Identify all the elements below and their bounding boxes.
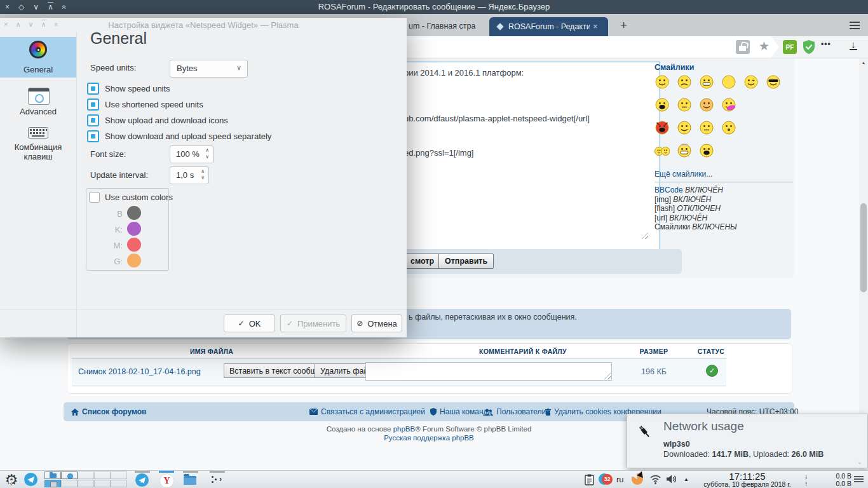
adguard-shield-icon[interactable]: [802, 39, 816, 57]
clock[interactable]: 17:11:25 суббота, 10 февраля 2018 г.: [694, 471, 801, 488]
tab-close-icon[interactable]: ×: [593, 22, 598, 31]
ok-button[interactable]: ✓ OK: [224, 315, 275, 332]
url-state: ВКЛЮЧЁН: [669, 214, 707, 222]
checkbox-icon[interactable]: [87, 130, 99, 142]
bookmark-star-icon[interactable]: ★: [759, 39, 770, 53]
telegram-tray-badge[interactable]: 32: [599, 473, 613, 485]
spinner-arrows-icon[interactable]: ∧∨: [201, 168, 205, 181]
attachment-comment-input[interactable]: [365, 362, 612, 381]
col-header-status: СТАТУС: [686, 348, 736, 355]
checkbox-shortened-units[interactable]: Use shortened speed units: [87, 98, 203, 111]
padlock-icon[interactable]: [736, 40, 750, 54]
smiley-smile-icon[interactable]: [654, 74, 670, 90]
smiley-cool-icon[interactable]: [766, 74, 781, 90]
bbcode-state: ВКЛЮЧЁН: [685, 186, 723, 194]
board-index-link[interactable]: Список форумов: [71, 407, 146, 416]
smiley-laugh-icon[interactable]: [699, 143, 714, 158]
smiley-frown-icon[interactable]: [677, 74, 692, 90]
apply-button[interactable]: ✓ Применить: [280, 315, 346, 332]
close-icon[interactable]: ×: [5, 2, 10, 12]
color-label-b: B: [86, 209, 123, 219]
color-swatch-m[interactable]: [127, 238, 141, 252]
usage-line: Downloaded: 141.7 MiB, Uploaded: 26.0 Mi…: [663, 450, 824, 459]
checkbox-use-custom-colors[interactable]: Use custom colors: [89, 192, 173, 203]
contact-admin-link[interactable]: Связаться с администрацией: [309, 407, 425, 416]
smiley-fist-icon[interactable]: [677, 97, 692, 112]
color-swatch-g[interactable]: [127, 254, 141, 268]
sidebar-item-general[interactable]: General: [0, 65, 76, 74]
checkbox-icon[interactable]: [87, 98, 99, 111]
color-swatch-b[interactable]: [127, 206, 141, 220]
status-ok-icon: ✓: [706, 365, 718, 377]
tab-forum-home[interactable]: um - Главная стра: [409, 22, 482, 30]
cancel-button[interactable]: ⊘ Отмена: [351, 315, 402, 332]
attachment-filename-link[interactable]: Снимок 2018-02-10_17-04-16.png: [78, 367, 201, 376]
checkbox-separate-speeds[interactable]: Show download and upload speed separatel…: [87, 130, 271, 142]
update-interval-spinbox[interactable]: 1,0 s ∧∨: [170, 166, 209, 184]
new-tab-button[interactable]: +: [620, 18, 627, 32]
smiley-pink-icon[interactable]: [721, 97, 736, 112]
app-launcher-icon[interactable]: ⚙K: [4, 472, 19, 487]
scroll-up-icon[interactable]: ▲: [860, 60, 867, 65]
smiley-duo-icon[interactable]: [654, 143, 670, 158]
smiley-blush-icon[interactable]: [699, 97, 714, 112]
clipboard-tray-icon[interactable]: [585, 474, 594, 488]
smiley-blank-icon[interactable]: [721, 74, 736, 90]
smiley-devil-icon[interactable]: [654, 120, 670, 135]
smiley-wink-icon[interactable]: [743, 74, 759, 90]
advanced-tab-icon: [28, 88, 50, 105]
panel-toggle-icon[interactable]: [854, 476, 864, 484]
preview-button[interactable]: смотр: [405, 254, 440, 269]
bbcode-link[interactable]: BBCode: [654, 186, 683, 194]
downloads-icon[interactable]: ↓: [849, 39, 858, 50]
browser-menu-icon[interactable]: [850, 22, 860, 31]
keep-above-icon[interactable]: ◇: [18, 2, 24, 12]
more-smilies-link[interactable]: Ещё смайлики...: [654, 170, 712, 179]
smiley-surprised-icon[interactable]: [721, 120, 736, 135]
checkbox-show-speed-units[interactable]: Show speed units: [87, 83, 170, 95]
smiley-yell-icon[interactable]: [654, 97, 670, 112]
pf-extension-badge[interactable]: PF: [783, 40, 797, 54]
submit-button[interactable]: Отправить: [438, 254, 494, 269]
tray-expand-icon[interactable]: ▲: [684, 477, 689, 482]
task-indicator: [135, 471, 150, 473]
speed-units-select[interactable]: Bytes ∨: [170, 60, 248, 78]
members-link[interactable]: Пользователи: [484, 407, 546, 416]
yandex-browser-task-icon[interactable]: Y: [159, 473, 174, 488]
shade-icon[interactable]: «: [59, 5, 69, 10]
tab-edit-post[interactable]: ROSAForum - Редактиро ×: [489, 17, 608, 36]
checkbox-icon[interactable]: [89, 192, 100, 203]
telegram-launcher-icon[interactable]: [24, 473, 37, 486]
sidebar-item-advanced[interactable]: Advanced: [0, 107, 76, 116]
smiley-angel-icon[interactable]: [677, 143, 692, 158]
volume-tray-icon[interactable]: [666, 474, 677, 487]
checkbox-icon[interactable]: [87, 83, 99, 95]
keyboard-layout-indicator[interactable]: ru: [616, 475, 624, 484]
netspeed-widget[interactable]: ↓0.0 B ↑0.0 B: [804, 472, 851, 487]
unknown-app-task-icon[interactable]: ›: [210, 474, 222, 485]
smiley-flat-icon[interactable]: [699, 120, 714, 135]
smiley-grin-icon[interactable]: [699, 74, 714, 90]
minimize-icon[interactable]: ∨: [33, 2, 39, 12]
checkbox-upload-download-icons[interactable]: Show upload and download icons: [87, 114, 228, 126]
phpbb-link[interactable]: phpBB: [393, 425, 416, 433]
sidebar-item-shortcuts[interactable]: Комбинация клавиш: [0, 142, 76, 161]
disk-usage-tray-icon[interactable]: [632, 473, 643, 485]
file-manager-task-icon[interactable]: [184, 476, 196, 485]
wifi-tray-icon[interactable]: [649, 474, 661, 487]
team-link[interactable]: Наша команда: [430, 407, 492, 416]
spinner-arrows-icon[interactable]: ∧∨: [205, 147, 209, 160]
telegram-task-icon[interactable]: [135, 473, 149, 487]
font-size-spinbox[interactable]: 100 % ∧∨: [170, 146, 214, 163]
virtual-desktop-pager[interactable]: [44, 471, 128, 488]
smiley-smile-icon[interactable]: [677, 120, 692, 135]
address-bar[interactable]: [399, 36, 779, 58]
shortcuts-tab-icon: [28, 127, 48, 141]
color-swatch-k[interactable]: [127, 222, 141, 236]
scrollbar-thumb[interactable]: [860, 203, 867, 292]
extensions-more-icon[interactable]: •••: [821, 39, 831, 48]
maximize-icon[interactable]: ∧: [48, 2, 53, 12]
board-index-label: Список форумов: [82, 407, 146, 416]
message-textarea[interactable]: рии 2014.1 и 2016.1 платформ: ub.com/dfa…: [398, 62, 660, 251]
checkbox-icon[interactable]: [87, 114, 99, 126]
